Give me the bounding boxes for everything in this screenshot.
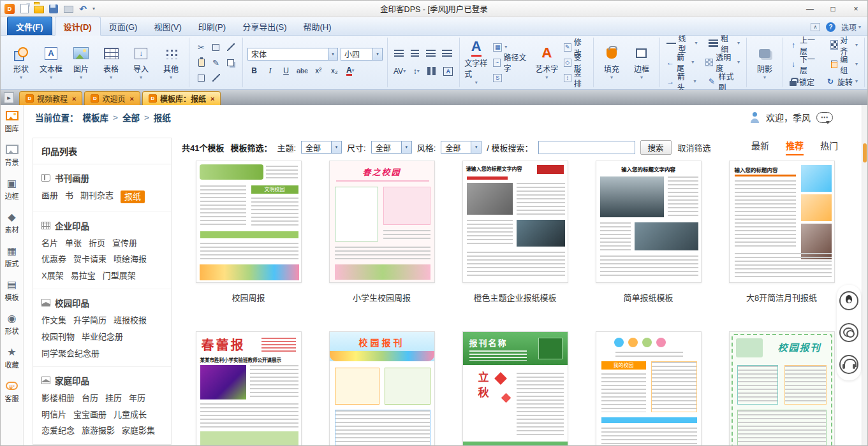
link-newspaper[interactable]: 报纸	[121, 191, 145, 203]
align-right-button[interactable]	[424, 47, 438, 61]
sort-hot[interactable]: 热门	[820, 139, 838, 154]
options-button[interactable]: 选项▾	[841, 22, 861, 32]
link-class-paper[interactable]: 班报校报	[114, 315, 147, 326]
font-size-select[interactable]: 小四▾	[341, 48, 383, 61]
justify-button[interactable]	[440, 47, 453, 61]
line-spacing-button[interactable]: ↕▾	[409, 64, 423, 78]
close-tab-icon[interactable]: ×	[129, 95, 133, 103]
template-thumbnail[interactable]: 校园报刊	[329, 331, 435, 445]
template-thumbnail[interactable]: 文明校园	[196, 161, 302, 283]
template-thumbnail[interactable]: 输入您的标题文字内容	[596, 161, 702, 283]
open-button[interactable]	[34, 4, 44, 14]
wechat-icon[interactable]	[839, 323, 858, 342]
template-thumbnail[interactable]: 报刊名称 立秋	[462, 331, 568, 445]
link-door-stand[interactable]: 门型展架	[103, 271, 136, 281]
word-art-button[interactable]: A艺术字▾	[535, 38, 559, 87]
link-folded[interactable]: 折页	[89, 238, 105, 248]
qq-icon[interactable]	[839, 291, 858, 310]
link-child-growth[interactable]: 儿童成长	[114, 410, 147, 420]
rail-item-template[interactable]: ▤模板	[1, 278, 24, 302]
link-love-album[interactable]: 恋爱纪念	[41, 426, 75, 436]
new-file-button[interactable]	[19, 4, 29, 14]
link-year-calendar[interactable]: 年历	[129, 393, 145, 403]
link-brochure[interactable]: 宣传册	[112, 238, 137, 248]
shadow-button[interactable]: 阴影▾	[751, 38, 778, 87]
template-thumbnail[interactable]: 请输入您的标题文字内容	[462, 161, 568, 283]
align-center-button[interactable]	[408, 47, 422, 61]
search-button[interactable]: 搜索	[640, 140, 672, 155]
strikethrough-button[interactable]: abc	[295, 64, 309, 78]
headset-icon[interactable]	[839, 355, 858, 374]
link-flyer[interactable]: 单张	[65, 238, 82, 248]
rail-item-background[interactable]: 背景	[1, 143, 24, 167]
eyedropper-button[interactable]	[224, 40, 238, 54]
text-style-button[interactable]: A文字样式▾	[464, 38, 488, 87]
rail-item-service[interactable]: ⋯客服	[1, 380, 24, 403]
fill-button[interactable]: 填充▾	[598, 38, 625, 87]
superscript-button[interactable]: x²	[312, 64, 325, 78]
qat-dropdown[interactable]: ▾	[92, 6, 95, 11]
link-x-banner[interactable]: X展架	[41, 271, 64, 281]
send-backward-button[interactable]: ↓下一层	[788, 53, 821, 76]
link-desk-calendar[interactable]: 台历	[82, 393, 98, 403]
theme-select[interactable]: 全部▾	[301, 141, 342, 154]
rail-item-material[interactable]: ◆素材	[1, 211, 24, 234]
template-thumbnail[interactable]: 春蕾报 某某市胜利小学实验班教师公开课展示	[196, 331, 302, 445]
link-book[interactable]: 书	[65, 191, 73, 203]
tab-file[interactable]: 文件(F)	[7, 17, 52, 35]
help-icon[interactable]: ?	[826, 22, 835, 32]
template-thumbnail[interactable]: 春之校园	[329, 161, 435, 283]
link-wall-calendar[interactable]: 挂历	[105, 393, 122, 403]
link-travel-photo[interactable]: 旅游摄影	[82, 426, 115, 436]
close-tab-icon[interactable]: ×	[210, 95, 214, 103]
cancel-filter-button[interactable]: 取消筛选	[678, 141, 711, 154]
group-button[interactable]: 编组▾	[829, 53, 860, 76]
print-button[interactable]	[63, 4, 73, 14]
tab-help[interactable]: 帮助(H)	[295, 17, 339, 35]
link-reunion-album[interactable]: 同学聚会纪念册	[41, 349, 99, 359]
link-essay-collection[interactable]: 作文集	[41, 315, 66, 326]
select-button[interactable]	[209, 71, 223, 85]
link-family-album[interactable]: 家庭影集	[122, 426, 155, 436]
align-left-button[interactable]	[392, 47, 406, 61]
border-button[interactable]: 边框▾	[628, 38, 655, 87]
rail-item-favorites[interactable]: ★收藏	[1, 346, 24, 370]
link-resume[interactable]: 升学简历	[73, 315, 107, 326]
style-select[interactable]: 全部▾	[441, 141, 482, 154]
breadcrumb-item-all[interactable]: 全部	[122, 111, 140, 124]
paste-button[interactable]	[195, 55, 209, 69]
insert-textbox-button[interactable]: A文本框▾	[38, 38, 64, 87]
underline-button[interactable]: U	[279, 64, 293, 78]
breadcrumb-item-newspaper[interactable]: 报纸	[154, 111, 171, 124]
format-brush-button[interactable]: ✎	[209, 55, 223, 69]
link-roll-up[interactable]: 易拉宝	[71, 271, 96, 281]
close-button[interactable]: ×	[844, 1, 867, 17]
link-baby-album[interactable]: 宝宝画册	[73, 410, 107, 420]
insert-table-button[interactable]: 表格▾	[98, 38, 124, 87]
message-icon[interactable]: ⋯	[816, 112, 833, 123]
close-tab-icon[interactable]: ×	[72, 95, 76, 103]
sort-recommended[interactable]: 推荐	[786, 139, 804, 155]
text-frame-button[interactable]: A	[441, 64, 455, 78]
font-family-select[interactable]: 宋体▾	[247, 48, 338, 61]
insert-image-button[interactable]: 图片▾	[68, 38, 94, 87]
insert-shape-button[interactable]: 形状▾	[8, 38, 34, 87]
undo-button[interactable]: ↶	[78, 4, 88, 14]
vertical-text-button[interactable]: ↕竖排	[562, 71, 589, 85]
rotate-button[interactable]: ↻旋转▾	[824, 76, 860, 88]
link-magazine[interactable]: 期刊杂志	[80, 191, 114, 203]
link-postcard[interactable]: 明信片	[41, 410, 66, 420]
insert-other-button[interactable]: 其他▾	[158, 38, 184, 87]
tab-design[interactable]: 设计(D)	[55, 17, 101, 36]
link-album[interactable]: 画册	[41, 191, 58, 203]
rail-item-layout[interactable]: ▦版式	[1, 245, 24, 268]
sort-newest[interactable]: 最新	[751, 139, 769, 154]
link-studio-album[interactable]: 影楼相册	[41, 393, 75, 403]
link-campus-journal[interactable]: 校园刊物	[41, 332, 75, 342]
columns-button[interactable]	[425, 64, 439, 78]
expand-panel-button[interactable]: ▶	[4, 92, 14, 103]
doc-tab-template-library[interactable]: D模板库：报纸×	[142, 91, 221, 105]
path-text-button[interactable]: ~路径文字	[491, 56, 531, 69]
template-search-input[interactable]	[538, 141, 635, 154]
tab-print[interactable]: 印刷(P)	[190, 17, 234, 35]
